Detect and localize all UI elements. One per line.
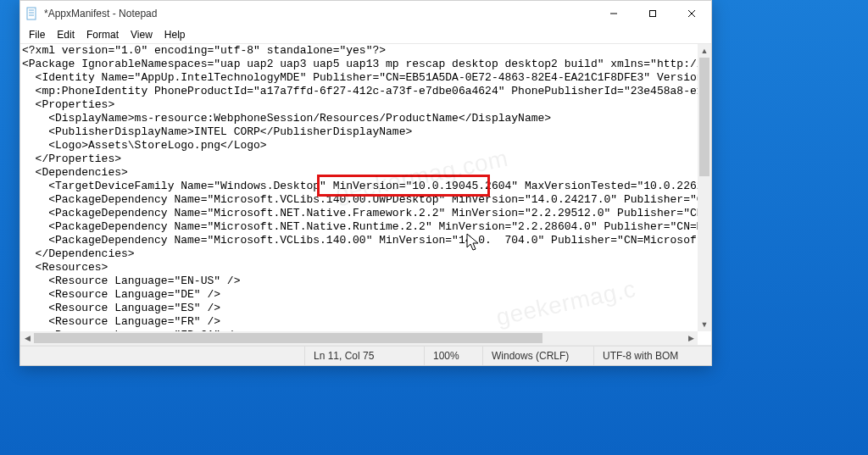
line: <PackageDependency Name="Microsoft.VCLib… xyxy=(22,234,698,247)
line: <Dependencies> xyxy=(22,166,128,179)
close-button[interactable] xyxy=(672,1,711,26)
line: <?xml version="1.0" encoding="utf-8" sta… xyxy=(22,44,386,57)
hscroll-track[interactable] xyxy=(34,331,684,345)
status-position: Ln 11, Col 75 xyxy=(304,347,424,365)
line: <PublisherDisplayName>INTEL CORP</Publis… xyxy=(22,125,412,138)
notepad-window: *AppxManifest - Notepad File Edit Format… xyxy=(19,0,712,366)
status-zoom: 100% xyxy=(424,347,482,365)
line: <Package IgnorableNamespaces="uap uap2 u… xyxy=(22,58,698,70)
menu-view[interactable]: View xyxy=(125,28,158,42)
line: <PackageDependency Name="Microsoft.VCLib… xyxy=(22,193,698,206)
line: <mp:PhoneIdentity PhoneProductId="a17a7f… xyxy=(22,85,698,97)
scroll-up-arrow-icon[interactable]: ▲ xyxy=(698,44,711,58)
menu-help[interactable]: Help xyxy=(159,28,191,42)
line: </Properties> xyxy=(22,153,121,165)
hscroll-thumb[interactable] xyxy=(34,333,542,343)
scroll-left-arrow-icon[interactable]: ◀ xyxy=(20,331,34,345)
scroll-down-arrow-icon[interactable]: ▼ xyxy=(698,318,711,331)
vertical-scrollbar[interactable]: ▲ ▼ xyxy=(698,44,711,331)
line: <DisplayName>ms-resource:WebphoneSession… xyxy=(22,112,551,125)
line: <Resources> xyxy=(22,261,108,274)
maximize-button[interactable] xyxy=(633,1,672,26)
menu-edit[interactable]: Edit xyxy=(52,28,80,42)
menu-file[interactable]: File xyxy=(24,28,50,42)
line: <Resource Language="DE" /> xyxy=(22,288,220,301)
line: <Identity Name="AppUp.IntelTechnologyMDE… xyxy=(22,71,698,84)
line: <Resource Language="ES" /> xyxy=(22,302,220,314)
notepad-icon xyxy=(25,7,39,20)
line: <PackageDependency Name="Microsoft.NET.N… xyxy=(22,207,698,219)
text-editor[interactable]: <?xml version="1.0" encoding="utf-8" sta… xyxy=(20,44,698,331)
line: <TargetDeviceFamily Name="Windows.Deskto… xyxy=(22,180,698,192)
title-bar[interactable]: *AppxManifest - Notepad xyxy=(20,1,711,26)
minimize-button[interactable] xyxy=(594,1,633,26)
menu-bar: File Edit Format View Help xyxy=(20,26,711,43)
svg-rect-5 xyxy=(650,11,656,17)
editor-area: <?xml version="1.0" encoding="utf-8" sta… xyxy=(20,43,711,346)
status-encoding: UTF-8 with BOM xyxy=(593,347,711,365)
vscroll-track[interactable] xyxy=(698,58,711,318)
window-controls xyxy=(594,1,711,26)
status-bar: Ln 11, Col 75 100% Windows (CRLF) UTF-8 … xyxy=(20,346,711,365)
line: <Resource Language="EN-US" /> xyxy=(22,275,240,287)
window-title: *AppxManifest - Notepad xyxy=(44,8,157,19)
vscroll-thumb[interactable] xyxy=(699,58,709,176)
status-line-ending: Windows (CRLF) xyxy=(482,347,593,365)
line: <Properties> xyxy=(22,98,114,111)
menu-format[interactable]: Format xyxy=(81,28,124,42)
line: <Logo>Assets\StoreLogo.png</Logo> xyxy=(22,139,267,152)
line: <PackageDependency Name="Microsoft.NET.N… xyxy=(22,220,698,233)
line: <Resource Language="FR" /> xyxy=(22,315,220,328)
titlebar-left: *AppxManifest - Notepad xyxy=(25,7,157,20)
svg-rect-0 xyxy=(27,8,36,19)
line: </Dependencies> xyxy=(22,247,135,260)
horizontal-scrollbar[interactable]: ◀ ▶ xyxy=(20,331,698,345)
scroll-right-arrow-icon[interactable]: ▶ xyxy=(684,331,698,345)
